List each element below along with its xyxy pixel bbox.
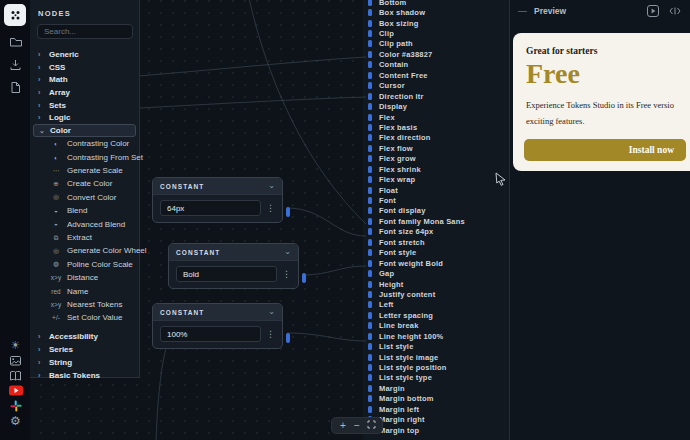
constant-node-font-weight[interactable]: CONSTANT ⌄ ⋮: [168, 243, 299, 289]
port-handle-icon[interactable]: [368, 9, 372, 16]
youtube-link[interactable]: [8, 383, 23, 398]
port-row[interactable]: Flex grow: [363, 154, 509, 164]
port-row[interactable]: Cursor: [363, 81, 509, 91]
port-handle-icon[interactable]: [368, 114, 372, 121]
output-port[interactable]: [302, 273, 306, 283]
kebab-menu-icon[interactable]: ⋮: [266, 330, 275, 339]
sidebar-node-item[interactable]: ⋯ Generate Scale: [30, 164, 139, 177]
port-handle-icon[interactable]: [368, 40, 372, 47]
port-handle-icon[interactable]: [368, 406, 372, 413]
port-row[interactable]: Bottom: [363, 0, 509, 7]
port-row[interactable]: Left: [363, 300, 509, 310]
port-handle-icon[interactable]: [368, 322, 372, 329]
port-handle-icon[interactable]: [368, 103, 372, 110]
node-header[interactable]: CONSTANT ⌄: [153, 304, 282, 321]
port-handle-icon[interactable]: [368, 145, 372, 152]
port-row[interactable]: List style position: [363, 362, 509, 372]
port-row[interactable]: Font style: [363, 248, 509, 258]
media-button[interactable]: [8, 353, 23, 368]
port-row[interactable]: Flex: [363, 112, 509, 122]
files-button[interactable]: [8, 34, 23, 49]
port-row[interactable]: Float: [363, 185, 509, 195]
port-handle-icon[interactable]: [368, 354, 372, 361]
port-handle-icon[interactable]: [368, 374, 372, 381]
port-handle-icon[interactable]: [368, 93, 372, 100]
port-handle-icon[interactable]: [368, 82, 372, 89]
port-row[interactable]: Content Free: [363, 70, 509, 80]
port-row[interactable]: List style image: [363, 352, 509, 362]
node-header[interactable]: CONSTANT ⌄: [153, 178, 282, 195]
constant-value-input[interactable]: [160, 200, 261, 216]
port-handle-icon[interactable]: [368, 124, 372, 131]
chevron-down-icon[interactable]: ⌄: [268, 182, 275, 190]
port-handle-icon[interactable]: [368, 20, 372, 27]
kebab-menu-icon[interactable]: ⋮: [282, 270, 291, 279]
fit-view-button[interactable]: [365, 420, 377, 431]
sidebar-node-item[interactable]: red Name: [30, 284, 139, 297]
port-row[interactable]: Flex basis: [363, 122, 509, 132]
port-handle-icon[interactable]: [368, 155, 372, 162]
port-handle-icon[interactable]: [368, 239, 372, 246]
port-row[interactable]: Contain: [363, 60, 509, 70]
port-handle-icon[interactable]: [368, 30, 372, 37]
sidebar-category[interactable]: › Generic: [30, 48, 139, 61]
port-handle-icon[interactable]: [368, 364, 372, 371]
port-handle-icon[interactable]: [368, 343, 372, 350]
port-row[interactable]: Clip path: [363, 39, 509, 49]
save-button[interactable]: [8, 57, 23, 72]
sidebar-category[interactable]: › Array: [30, 86, 139, 99]
port-handle-icon[interactable]: [368, 51, 372, 58]
port-row[interactable]: Line height 100%: [363, 331, 509, 341]
sidebar-node-item[interactable]: ◒ Blend: [30, 204, 139, 217]
sidebar-category[interactable]: › String: [30, 356, 139, 369]
theme-toggle-button[interactable]: ☀: [8, 338, 23, 353]
sidebar-node-item[interactable]: ⧉ Extract: [30, 231, 139, 244]
constant-value-input[interactable]: [176, 266, 277, 282]
port-row[interactable]: Font: [363, 195, 509, 205]
port-row[interactable]: Color #a38827: [363, 49, 509, 59]
chevron-down-icon[interactable]: ⌄: [268, 308, 275, 316]
sidebar-node-item[interactable]: ⊕ Create Color: [30, 177, 139, 190]
zoom-in-button[interactable]: +: [337, 421, 349, 431]
port-row[interactable]: Flex wrap: [363, 174, 509, 184]
sidebar-node-item[interactable]: +/- Set Color Value: [30, 311, 139, 324]
docs-button[interactable]: [8, 368, 23, 383]
port-row[interactable]: Flex direction: [363, 133, 509, 143]
chevron-down-icon[interactable]: ⌄: [284, 248, 291, 256]
port-row[interactable]: Font weight Bold: [363, 258, 509, 268]
collapse-icon[interactable]: —: [518, 6, 527, 16]
port-row[interactable]: Gap: [363, 268, 509, 278]
sidebar-node-item[interactable]: ◎ Convert Color: [30, 191, 139, 204]
sidebar-category[interactable]: › Logic: [30, 111, 139, 124]
port-row[interactable]: Justify content: [363, 289, 509, 299]
port-row[interactable]: Clip: [363, 28, 509, 38]
sidebar-node-item[interactable]: ◐ Contrasting Color: [30, 137, 139, 150]
port-row[interactable]: Box shadow: [363, 7, 509, 17]
port-handle-icon[interactable]: [368, 385, 372, 392]
output-port[interactable]: [286, 333, 290, 343]
port-handle-icon[interactable]: [368, 312, 372, 319]
port-handle-icon[interactable]: [368, 176, 372, 183]
app-logo[interactable]: [4, 4, 26, 26]
port-handle-icon[interactable]: [368, 218, 372, 225]
port-row[interactable]: Line break: [363, 321, 509, 331]
port-handle-icon[interactable]: [368, 166, 372, 173]
port-handle-icon[interactable]: [368, 249, 372, 256]
port-row[interactable]: Box sizing: [363, 18, 509, 28]
constant-node-font-size[interactable]: CONSTANT ⌄ ⋮: [152, 177, 283, 223]
sidebar-category[interactable]: › CSS: [30, 61, 139, 74]
port-row[interactable]: Font family Mona Sans: [363, 216, 509, 226]
port-handle-icon[interactable]: [368, 72, 372, 79]
export-button[interactable]: [8, 80, 23, 95]
port-handle-icon[interactable]: [368, 187, 372, 194]
constant-value-input[interactable]: [160, 326, 261, 342]
port-row[interactable]: Font stretch: [363, 237, 509, 247]
sidebar-category[interactable]: › Series: [30, 343, 139, 356]
port-row[interactable]: Direction ltr: [363, 91, 509, 101]
sidebar-category[interactable]: › Basic Tokens: [30, 369, 139, 382]
sidebar-node-item[interactable]: ◐ Contrasting From Set: [30, 151, 139, 164]
run-preview-button[interactable]: [645, 4, 660, 19]
sidebar-node-item[interactable]: ◓ Advanced Blend: [30, 217, 139, 230]
port-row[interactable]: Margin bottom: [363, 394, 509, 404]
port-handle-icon[interactable]: [368, 270, 372, 277]
